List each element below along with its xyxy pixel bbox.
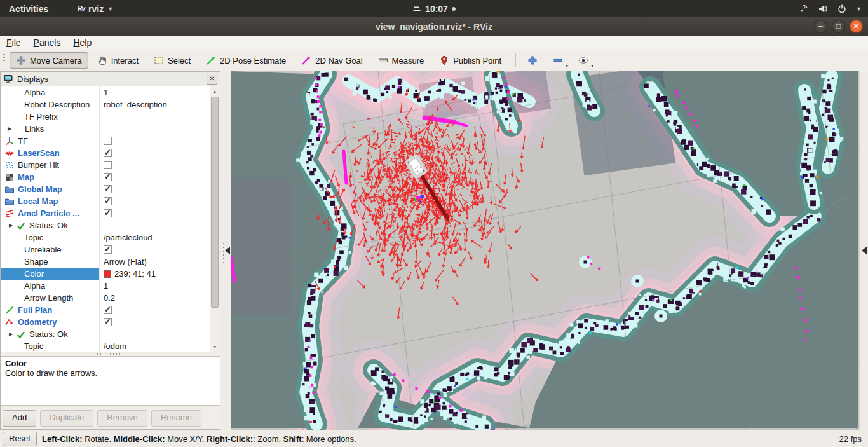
tree-row-topic[interactable]: Topic/particlecloud xyxy=(1,231,219,244)
tool-zoom-in[interactable] xyxy=(521,52,544,69)
tree-row-odometry[interactable]: Odometry xyxy=(1,316,219,328)
tree-row-full-plan[interactable]: Full Plan xyxy=(1,304,219,316)
checkbox-global-map[interactable] xyxy=(104,185,112,193)
scroll-up-icon[interactable]: ▲ xyxy=(210,86,219,96)
right-panel-splitter[interactable] xyxy=(859,71,868,430)
tree-row-alpha[interactable]: Alpha1 xyxy=(1,86,219,99)
move-icon xyxy=(16,55,26,65)
tree-row-global-map[interactable]: Global Map xyxy=(1,183,219,195)
tool-interact[interactable]: Interact xyxy=(91,52,145,69)
help-title: Color xyxy=(5,359,216,368)
tree-row-map[interactable]: Map xyxy=(1,171,219,183)
tree-row-local-map[interactable]: Local Map xyxy=(1,195,219,207)
tool-move-camera[interactable]: Move Camera xyxy=(10,52,88,69)
tree-row-topic[interactable]: Topic/odom xyxy=(1,340,219,352)
row-value[interactable]: /particlecloud xyxy=(104,233,153,242)
tree-row-color[interactable]: Color239; 41; 41 xyxy=(1,268,219,280)
status-bar: Reset Left-Click: Rotate. Middle-Click: … xyxy=(0,430,868,447)
scroll-down-icon[interactable]: ▼ xyxy=(210,342,219,352)
tree-row-links[interactable]: ▶Links xyxy=(1,123,219,135)
row-value[interactable]: robot_description xyxy=(104,100,167,109)
expander-icon[interactable]: ▶ xyxy=(9,331,16,337)
duplicate-button[interactable]: Duplicate xyxy=(40,410,93,427)
render-canvas[interactable] xyxy=(231,71,859,430)
tool-select[interactable]: Select xyxy=(147,52,197,69)
row-label: Arrow Length xyxy=(24,293,73,303)
tree-row-laserscan[interactable]: LaserScan xyxy=(1,147,219,159)
checkbox-bumper-hit[interactable] xyxy=(104,161,112,169)
color-value[interactable]: 239; 41; 41 xyxy=(114,269,156,279)
checkbox-amcl-particle[interactable] xyxy=(104,209,112,217)
tool-visibility[interactable]: ▾ xyxy=(572,52,595,69)
row-value[interactable]: 1 xyxy=(104,281,108,291)
tree-row-arrow-length[interactable]: Arrow Length0.2 xyxy=(1,292,219,304)
rename-button[interactable]: Rename xyxy=(151,410,201,427)
system-menu-chevron-icon[interactable]: ▼ xyxy=(856,6,862,12)
checkbox-tf[interactable] xyxy=(104,137,112,145)
row-label: Shape xyxy=(24,257,48,266)
minimize-button[interactable]: – xyxy=(814,20,827,33)
tree-row-robot-description[interactable]: Robot Descriptionrobot_description xyxy=(1,99,219,111)
tree-row-shape[interactable]: ShapeArrow (Flat) xyxy=(1,256,219,268)
reset-button[interactable]: Reset xyxy=(3,432,37,446)
toolbar-grip-handle[interactable] xyxy=(3,53,6,68)
checkbox-unreliable[interactable] xyxy=(104,245,112,254)
tree-row-bumper-hit[interactable]: Bumper Hit xyxy=(1,159,219,171)
row-label: Topic xyxy=(24,341,43,351)
menu-file[interactable]: File xyxy=(0,36,27,50)
tool-measure[interactable]: Measure xyxy=(372,52,431,69)
rviz-window: Activities Rv rviz ▼ 10:07 ? ▼ view_navi… xyxy=(0,0,868,447)
checkbox-map[interactable] xyxy=(104,173,112,181)
tool-2d-pose-estimate[interactable]: 2D Pose Estimate xyxy=(200,52,292,69)
color-swatch[interactable] xyxy=(104,270,111,278)
checkbox-local-map[interactable] xyxy=(104,197,112,205)
tree-row-alpha[interactable]: Alpha1 xyxy=(1,280,219,292)
dropdown-caret-icon[interactable]: ▾ xyxy=(566,63,568,69)
add-button[interactable]: Add xyxy=(3,410,36,427)
tool-publish-point[interactable]: Publish Point xyxy=(433,52,508,69)
tool-zoom-out[interactable]: ▾ xyxy=(546,52,569,69)
main-area: Displays ✕ Alpha1Robot Descriptionrobot_… xyxy=(0,71,868,430)
3d-viewport[interactable] xyxy=(231,71,859,430)
collapse-left-icon[interactable] xyxy=(225,247,230,254)
expander-icon[interactable]: ▶ xyxy=(9,223,16,228)
row-value[interactable]: Arrow (Flat) xyxy=(104,257,147,266)
bumper-icon xyxy=(4,160,15,170)
left-panel-splitter[interactable] xyxy=(220,71,231,430)
displays-panel-header[interactable]: Displays ✕ xyxy=(1,72,220,86)
tree-scrollbar[interactable]: ▲ ▼ xyxy=(210,86,219,352)
row-label: Bumper Hit xyxy=(18,160,59,170)
row-label: Local Map xyxy=(18,196,58,206)
menu-panels[interactable]: Panels xyxy=(27,36,67,50)
tree-row-amcl-particle[interactable]: Amcl Particle ... xyxy=(1,207,219,219)
network-icon[interactable]: ? xyxy=(799,4,810,14)
window-titlebar[interactable]: view_navigation.rviz* - RViz – □ ✕ xyxy=(0,17,868,36)
tree-row-status-ok[interactable]: ▶Status: Ok xyxy=(1,328,219,340)
tree-row-tf[interactable]: TF xyxy=(1,135,219,147)
scrollbar-thumb[interactable] xyxy=(211,97,219,308)
checkbox-laserscan[interactable] xyxy=(104,149,112,157)
checkbox-full-plan[interactable] xyxy=(104,306,112,314)
row-label: Alpha xyxy=(24,281,45,291)
checkbox-odometry[interactable] xyxy=(104,318,112,326)
collapse-right-icon[interactable] xyxy=(862,247,867,254)
menu-help[interactable]: Help xyxy=(67,36,98,50)
volume-icon[interactable] xyxy=(818,4,829,14)
row-value[interactable]: 1 xyxy=(104,88,108,97)
tree-row-tf-prefix[interactable]: TF Prefix xyxy=(1,111,219,123)
maximize-button[interactable]: □ xyxy=(832,20,845,33)
tool-2d-nav-goal[interactable]: 2D Nav Goal xyxy=(295,52,369,69)
tree-row-unreliable[interactable]: Unreliable xyxy=(1,244,219,256)
row-value[interactable]: 0.2 xyxy=(104,293,115,303)
power-icon[interactable] xyxy=(837,4,848,14)
clock-widget[interactable]: 10:07 xyxy=(0,4,868,14)
row-label: Links xyxy=(25,124,44,134)
panel-close-icon[interactable]: ✕ xyxy=(207,74,217,85)
expander-icon[interactable]: ▶ xyxy=(8,126,15,132)
row-value[interactable]: /odom xyxy=(104,341,126,351)
dropdown-caret-icon[interactable]: ▾ xyxy=(591,63,593,69)
close-button[interactable]: ✕ xyxy=(850,20,863,33)
remove-button[interactable]: Remove xyxy=(97,410,147,427)
tree-row-status-ok[interactable]: ▶Status: Ok xyxy=(1,219,219,231)
panel-splitter-handle[interactable] xyxy=(96,352,121,355)
